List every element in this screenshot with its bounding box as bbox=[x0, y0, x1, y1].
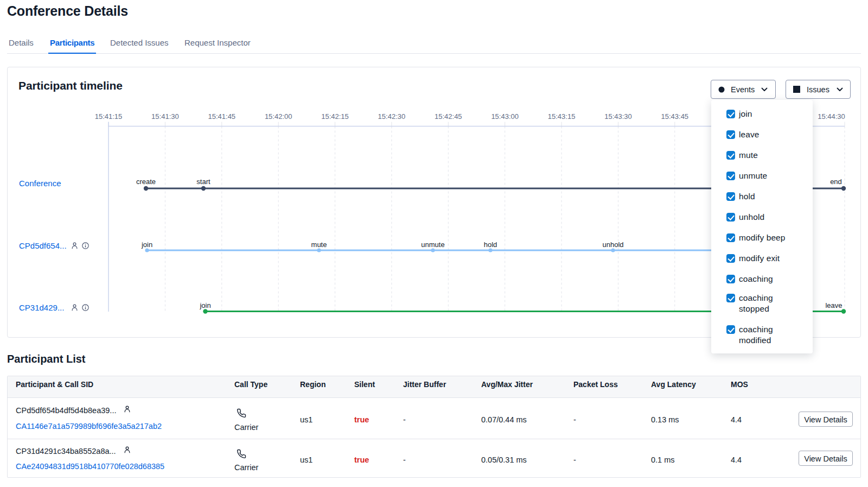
svg-text:15:43:00: 15:43:00 bbox=[491, 112, 519, 121]
svg-text:15:41:45: 15:41:45 bbox=[208, 112, 235, 121]
svg-text:join: join bbox=[141, 241, 152, 249]
svg-text:leave: leave bbox=[825, 301, 842, 309]
svg-text:mute: mute bbox=[311, 241, 327, 249]
svg-text:15:43:30: 15:43:30 bbox=[604, 112, 632, 121]
svg-text:15:42:15: 15:42:15 bbox=[321, 112, 349, 121]
svg-text:15:44:30: 15:44:30 bbox=[818, 112, 845, 121]
svg-text:15:42:45: 15:42:45 bbox=[435, 112, 462, 121]
svg-text:end: end bbox=[830, 178, 842, 186]
svg-text:unmute: unmute bbox=[421, 241, 444, 249]
svg-text:15:42:30: 15:42:30 bbox=[378, 112, 406, 121]
svg-text:15:41:15: 15:41:15 bbox=[95, 112, 123, 121]
svg-text:hold: hold bbox=[484, 241, 497, 249]
svg-text:create: create bbox=[136, 178, 156, 186]
svg-text:15:43:45: 15:43:45 bbox=[661, 112, 688, 121]
svg-text:start: start bbox=[196, 178, 210, 186]
svg-text:15:43:15: 15:43:15 bbox=[548, 112, 576, 121]
svg-text:join: join bbox=[199, 301, 210, 309]
svg-text:15:41:30: 15:41:30 bbox=[151, 112, 179, 121]
svg-text:unhold: unhold bbox=[602, 241, 623, 249]
svg-text:15:42:00: 15:42:00 bbox=[265, 112, 292, 121]
